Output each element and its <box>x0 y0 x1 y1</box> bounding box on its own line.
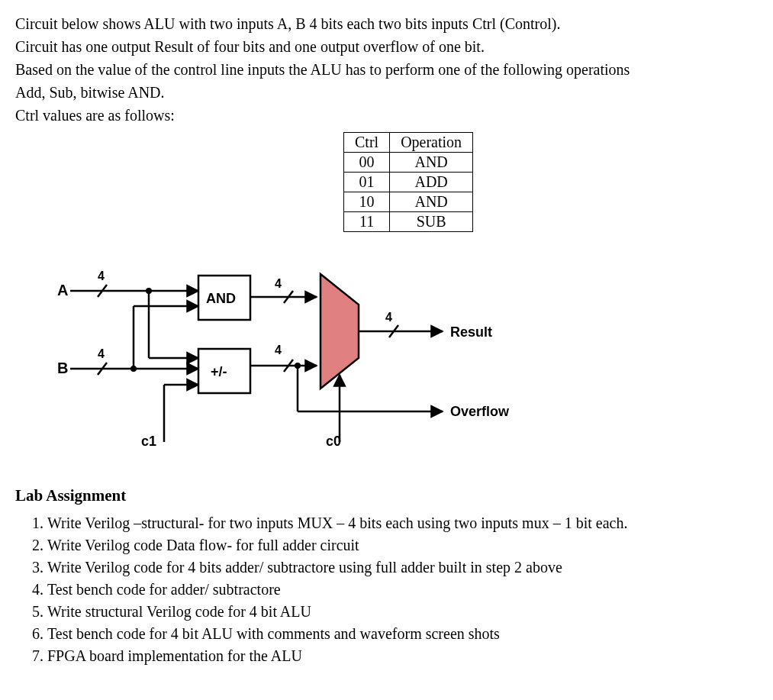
table-header-ctrl: Ctrl <box>344 133 390 153</box>
c1-label: c1 <box>141 434 156 449</box>
addsub-block-label: +/- <box>211 364 227 379</box>
intro-line: Circuit has one output Result of four bi… <box>15 36 758 57</box>
bus-width-label: 4 <box>98 269 105 282</box>
result-label: Result <box>450 324 492 340</box>
ctrl-cell: 11 <box>344 212 390 232</box>
list-item: FPGA board implementation for the ALU <box>47 646 758 666</box>
op-cell: AND <box>390 153 473 173</box>
list-item: Write Verilog code for 4 bits adder/ sub… <box>47 557 758 578</box>
bus-width-label: 4 <box>98 347 105 360</box>
intro-line: Based on the value of the control line i… <box>15 59 758 80</box>
op-cell: AND <box>390 192 473 212</box>
mux-block <box>320 274 359 389</box>
assignment-list: Write Verilog –structural- for two input… <box>15 513 758 666</box>
table-row: 11 SUB <box>344 212 473 232</box>
intro-line: Circuit below shows ALU with two inputs … <box>15 13 758 34</box>
input-b-label: B <box>57 360 68 376</box>
ctrl-cell: 00 <box>344 153 390 173</box>
op-cell: ADD <box>390 173 473 192</box>
ctrl-cell: 01 <box>344 173 390 192</box>
intro-paragraph: Circuit below shows ALU with two inputs … <box>15 13 758 126</box>
bus-width-label: 4 <box>275 277 282 290</box>
list-item: Write Verilog code Data flow- for full a… <box>47 535 758 556</box>
list-item: Write Verilog –structural- for two input… <box>47 513 758 534</box>
list-item: Write structural Verilog code for 4 bit … <box>47 602 758 622</box>
c0-label: c0 <box>326 434 341 449</box>
alu-circuit-diagram: A 4 B 4 c1 AND +/- 4 <box>38 251 534 473</box>
ctrl-cell: 10 <box>344 192 390 212</box>
and-block-label: AND <box>206 291 236 306</box>
list-item: Test bench code for adder/ subtractore <box>47 579 758 600</box>
list-item: Test bench code for 4 bit ALU with comme… <box>47 624 758 644</box>
table-row: 01 ADD <box>344 173 473 192</box>
input-a-label: A <box>57 282 68 298</box>
lab-assignment-heading: Lab Assignment <box>15 486 758 505</box>
table-header-op: Operation <box>390 133 473 153</box>
table-row: 10 AND <box>344 192 473 212</box>
overflow-label: Overflow <box>450 404 510 419</box>
ctrl-operation-table: Ctrl Operation 00 AND 01 ADD 10 AND 11 S… <box>343 132 473 232</box>
table-row: 00 AND <box>344 153 473 173</box>
intro-line: Ctrl values are as follows: <box>15 105 758 126</box>
op-cell: SUB <box>390 212 473 232</box>
intro-line: Add, Sub, bitwise AND. <box>15 82 758 103</box>
bus-width-label: 4 <box>385 311 392 324</box>
bus-width-label: 4 <box>275 344 282 356</box>
